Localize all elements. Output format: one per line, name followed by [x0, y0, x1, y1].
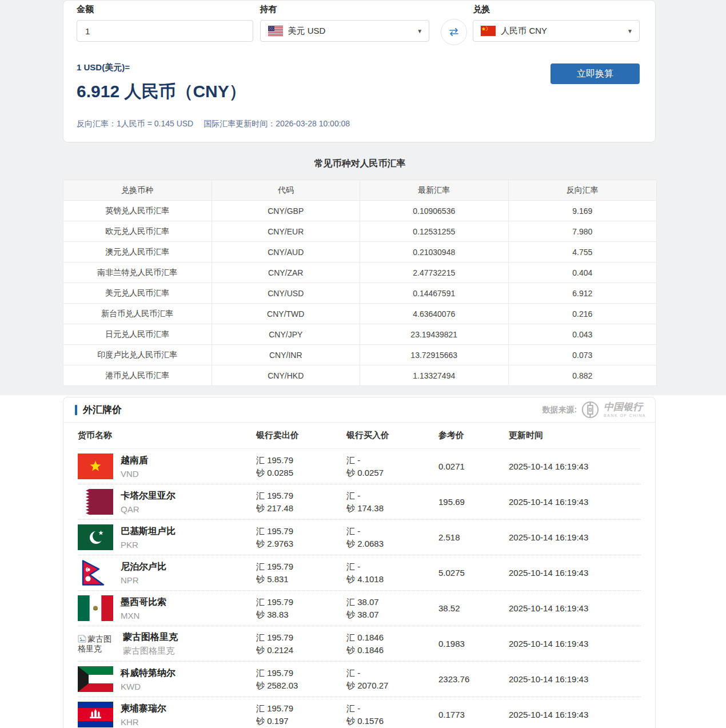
- from-currency-label: 持有: [260, 3, 430, 20]
- buy-remit-price: 汇 -: [346, 560, 438, 573]
- currency-cell: 墨西哥比索MXN: [78, 595, 256, 621]
- buy-cash-price: 钞 2.0683: [346, 538, 438, 550]
- forex-band: 外汇牌价 数据来源: 中国银行 BANK OF CHINA: [0, 395, 726, 728]
- forex-rows: 越南盾VND汇 195.79钞 0.0285汇 -钞 0.02570.02712…: [78, 449, 641, 728]
- sell-remit-price: 汇 195.79: [256, 490, 346, 502]
- table-cell: 0.404: [508, 262, 657, 283]
- currency-name: 卡塔尔里亚尔: [121, 490, 175, 502]
- data-source: 数据来源: 中国银行 BANK OF CHINA: [542, 400, 646, 419]
- sell-remit-price: 汇 195.79: [256, 525, 346, 538]
- table-cell: 0.10906536: [360, 201, 509, 221]
- bank-buy-cell: 汇 -钞 2070.27: [346, 667, 438, 692]
- currency-name-wrap: 巴基斯坦卢比PKR: [121, 526, 175, 550]
- table-cell: 0.14467591: [360, 283, 509, 304]
- us-flag-icon: [268, 26, 283, 36]
- buy-remit-price: 汇 -: [346, 454, 438, 467]
- col-header-update-time: 更新时间: [509, 430, 641, 441]
- col-header-bank-buy: 银行买入价: [346, 430, 438, 441]
- to-currency-label: 兑换: [473, 3, 640, 20]
- col-header-latest-rate: 最新汇率: [360, 180, 509, 201]
- currency-cell: 柬埔寨瑞尔KHR: [78, 702, 256, 727]
- rate-update-time: 国际汇率更新时间：2026-03-28 10:00:08: [204, 119, 350, 128]
- currency-code: MXN: [121, 611, 166, 620]
- bank-sell-cell: 汇 195.79钞 0.2124: [256, 631, 346, 657]
- vietnam-flag-icon: [78, 453, 113, 479]
- table-cell: CNY/HKD: [212, 365, 360, 386]
- buy-remit-price: 汇 -: [346, 667, 438, 679]
- table-cell: 英镑兑人民币汇率: [63, 201, 212, 221]
- table-cell: 新台币兑人民币汇率: [63, 304, 212, 324]
- col-header-currency: 兑换币种: [63, 180, 212, 201]
- table-cell: 23.19439821: [360, 324, 509, 345]
- currency-cell: 卡塔尔里亚尔QAR: [78, 489, 256, 515]
- buy-cash-price: 钞 2070.27: [346, 679, 438, 692]
- bank-buy-cell: 汇 -钞 174.38: [346, 490, 438, 515]
- rates-table-body: 英镑兑人民币汇率CNY/GBP0.109065369.169欧元兑人民币汇率CN…: [63, 201, 657, 386]
- currency-name: 尼泊尔卢比: [121, 561, 166, 573]
- table-row: 美元兑人民币汇率CNY/USD0.144675916.912: [63, 283, 657, 304]
- section-accent-bar: [75, 405, 77, 415]
- bank-sell-cell: 汇 195.79钞 217.48: [256, 490, 346, 515]
- rates-table-header-row: 兑换币种 代码 最新汇率 反向汇率: [63, 180, 657, 201]
- from-currency-select[interactable]: 美元 USD ▼: [260, 20, 430, 42]
- reverse-rate-text: 反向汇率：1人民币 = 0.145 USD: [77, 119, 193, 128]
- data-source-label: 数据来源:: [542, 405, 577, 415]
- from-currency-value: 美元 USD: [288, 26, 326, 37]
- sell-remit-price: 汇 195.79: [256, 560, 346, 573]
- update-time: 2025-10-14 16:19:43: [509, 497, 641, 507]
- amount-input[interactable]: [77, 20, 253, 42]
- reference-price: 38.52: [438, 603, 509, 613]
- table-cell: 印度卢比兑人民币汇率: [63, 345, 212, 365]
- rates-table: 兑换币种 代码 最新汇率 反向汇率 英镑兑人民币汇率CNY/GBP0.10906…: [63, 180, 657, 386]
- forex-row: 蒙古图格里克蒙古图格里克蒙古图格里克汇 195.79钞 0.2124汇 0.18…: [78, 626, 641, 662]
- table-row: 南非兰特兑人民币汇率CNY/ZAR2.477322150.404: [63, 262, 657, 283]
- forex-row: 科威特第纳尔KWD汇 195.79钞 2582.03汇 -钞 2070.2723…: [78, 662, 641, 697]
- table-cell: CNY/GBP: [212, 201, 360, 221]
- conversion-prefix: 1 USD(美元)=: [77, 62, 246, 73]
- bank-buy-cell: 汇 -钞 2.0683: [346, 525, 438, 550]
- sell-cash-price: 钞 5.831: [256, 573, 346, 586]
- forex-row: 尼泊尔卢比NPR汇 195.79钞 5.831汇 -钞 4.10185.0275…: [78, 555, 641, 591]
- table-row: 英镑兑人民币汇率CNY/GBP0.109065369.169: [63, 201, 657, 221]
- nepal-flag-icon: [78, 560, 113, 586]
- table-cell: CNY/TWD: [212, 304, 360, 324]
- update-time: 2025-10-14 16:19:43: [509, 674, 641, 684]
- table-cell: 4.63640076: [360, 304, 509, 324]
- common-rates-section: 常见币种对人民币汇率 兑换币种 代码 最新汇率 反向汇率 英镑兑人民币汇率CNY…: [63, 158, 657, 386]
- sell-remit-price: 汇 195.79: [256, 667, 346, 679]
- buy-remit-price: 汇 -: [346, 525, 438, 538]
- table-row: 欧元兑人民币汇率CNY/EUR0.125312557.980: [63, 221, 657, 242]
- forex-board-title: 外汇牌价: [83, 403, 122, 416]
- table-cell: 0.216: [508, 304, 657, 324]
- buy-cash-price: 钞 174.38: [346, 502, 438, 515]
- swap-currencies-button[interactable]: [441, 19, 467, 45]
- sell-remit-price: 汇 195.79: [256, 631, 346, 644]
- table-cell: 美元兑人民币汇率: [63, 283, 212, 304]
- buy-remit-price: 汇 -: [346, 490, 438, 502]
- currency-name: 巴基斯坦卢比: [121, 526, 175, 538]
- sell-remit-price: 汇 195.79: [256, 454, 346, 467]
- forex-row: 卡塔尔里亚尔QAR汇 195.79钞 217.48汇 -钞 174.38195.…: [78, 484, 641, 520]
- conversion-result: 6.912 人民币（CNY）: [77, 80, 246, 104]
- reference-price: 2323.76: [438, 674, 509, 684]
- buy-remit-price: 汇 38.07: [346, 596, 438, 608]
- bank-of-china-wordmark: 中国银行 BANK OF CHINA: [604, 402, 646, 417]
- bank-sell-cell: 汇 195.79钞 0.197: [256, 702, 346, 727]
- currency-code: KWD: [121, 682, 175, 691]
- chevron-down-icon: ▼: [627, 28, 633, 34]
- currency-name: 蒙古图格里克: [123, 631, 178, 643]
- forex-table-header-row: 货币名称 银行卖出价 银行买入价 参考价 更新时间: [78, 423, 641, 449]
- buy-cash-price: 钞 0.1576: [346, 715, 438, 727]
- bank-buy-cell: 汇 0.1846钞 0.1846: [346, 631, 438, 657]
- table-cell: 0.882: [508, 365, 657, 386]
- forex-board-card: 外汇牌价 数据来源: 中国银行 BANK OF CHINA: [63, 397, 656, 728]
- currency-name-wrap: 尼泊尔卢比NPR: [121, 561, 166, 585]
- currency-name-wrap: 墨西哥比索MXN: [121, 596, 166, 620]
- col-header-bank-sell: 银行卖出价: [256, 430, 346, 441]
- table-cell: 日元兑人民币汇率: [63, 324, 212, 345]
- update-time: 2025-10-14 16:19:43: [509, 639, 641, 649]
- reference-price: 0.1773: [438, 710, 509, 719]
- to-currency-select[interactable]: 人民币 CNY ▼: [473, 20, 640, 42]
- table-cell: 6.912: [508, 283, 657, 304]
- convert-now-button[interactable]: 立即换算: [551, 63, 640, 84]
